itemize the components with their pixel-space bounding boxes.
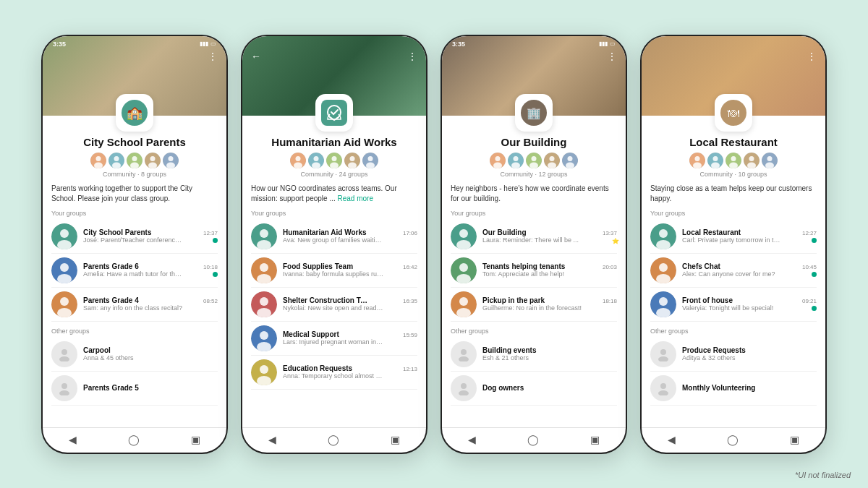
other-group-avatar bbox=[451, 375, 477, 401]
other-group-sub: Anna & 45 others bbox=[83, 354, 218, 361]
group-item[interactable]: Parents Grade 408:52Sam: any info on the… bbox=[51, 288, 218, 322]
other-group-name: Building events bbox=[482, 346, 617, 354]
member-avatar bbox=[362, 153, 378, 168]
nav-recent-button[interactable]: ▣ bbox=[590, 434, 600, 445]
group-item[interactable]: Chefs Chat10:45Alex: Can anyone cover fo… bbox=[650, 254, 817, 288]
group-time: 17:06 bbox=[403, 230, 417, 236]
nav-recent-button[interactable]: ▣ bbox=[191, 434, 200, 445]
svg-point-88 bbox=[459, 356, 469, 361]
other-group-avatar bbox=[650, 341, 676, 367]
group-time: 18:18 bbox=[603, 298, 617, 304]
phone-4: ⋮ 🍽 Local Restaurant Community · 10 grou… bbox=[640, 35, 827, 454]
other-group-name: Dog owners bbox=[482, 384, 617, 392]
community-meta-1: Community · 8 groups bbox=[51, 171, 218, 178]
group-avatar bbox=[251, 291, 277, 317]
more-button[interactable]: ⋮ bbox=[208, 51, 218, 62]
nav-home-button[interactable]: ◯ bbox=[527, 434, 539, 445]
community-name-4: Local Restaurant bbox=[650, 136, 817, 148]
group-item[interactable]: Medical Support15:59Lars: Injured pregna… bbox=[251, 322, 417, 356]
nav-back-button[interactable]: ◀ bbox=[468, 434, 476, 445]
group-avatar bbox=[650, 291, 676, 317]
other-group-item[interactable]: CarpoolAnna & 45 others bbox=[51, 338, 218, 372]
battery-icon: ▭ bbox=[210, 40, 216, 47]
svg-point-53 bbox=[260, 297, 268, 306]
group-item[interactable]: Tenants helping tenants20:03Tom: Appreci… bbox=[451, 254, 617, 288]
group-name: Humanitarian Aid Works bbox=[283, 228, 367, 236]
group-msg-row: Alex: Can anyone cover for me? bbox=[682, 270, 817, 278]
other-group-item[interactable]: Parents Grade 5 bbox=[51, 372, 218, 406]
nav-back-button[interactable]: ◀ bbox=[69, 434, 77, 445]
nav-home-button[interactable]: ◯ bbox=[727, 434, 739, 445]
unread-dot bbox=[812, 272, 817, 277]
other-group-item[interactable]: Dog owners bbox=[451, 372, 617, 406]
nav-home-button[interactable]: ◯ bbox=[328, 434, 339, 445]
group-item[interactable]: Pickup in the park18:18Guilherme: No rai… bbox=[451, 288, 617, 322]
group-info: Parents Grade 408:52Sam: any info on the… bbox=[83, 296, 218, 312]
group-item[interactable]: Food Supplies Team16:42Ivanna: baby form… bbox=[251, 254, 417, 288]
group-info: Pickup in the park18:18Guilherme: No rai… bbox=[482, 296, 617, 312]
svg-point-26 bbox=[61, 349, 67, 355]
group-item[interactable]: Our Building13:37Laura: Reminder: There … bbox=[451, 220, 617, 254]
group-avatar bbox=[451, 223, 477, 249]
group-avatar bbox=[51, 223, 77, 249]
svg-point-56 bbox=[260, 331, 268, 340]
group-message: Alex: Can anyone cover for me? bbox=[682, 270, 775, 278]
group-time: 16:35 bbox=[403, 298, 417, 304]
other-group-sub: Aditya & 32 others bbox=[682, 354, 817, 361]
nav-home-button[interactable]: ◯ bbox=[128, 434, 140, 445]
member-avatar bbox=[689, 153, 705, 168]
group-name: Parents Grade 4 bbox=[83, 296, 139, 304]
group-msg-row: Sam: any info on the class recital? bbox=[83, 304, 218, 312]
group-item[interactable]: Education Requests12:13Anna: Temporary s… bbox=[251, 356, 417, 390]
starred-icon: ⭐ bbox=[612, 238, 617, 243]
group-name: Parents Grade 6 bbox=[83, 262, 139, 270]
group-item[interactable]: City School Parents12:37José: Parent/Tea… bbox=[51, 220, 218, 254]
other-group-sub: Esh & 21 others bbox=[482, 354, 617, 361]
group-message: Valeryia: Tonight will be special! bbox=[682, 304, 773, 312]
svg-point-59 bbox=[260, 365, 268, 374]
group-name-row: Our Building13:37 bbox=[482, 228, 617, 236]
group-name: Tenants helping tenants bbox=[482, 262, 565, 270]
group-name-row: Pickup in the park18:18 bbox=[482, 296, 617, 304]
unread-dot bbox=[812, 306, 817, 311]
group-message: Nykolai: New site open and ready for ... bbox=[283, 304, 384, 312]
group-name-row: Parents Grade 408:52 bbox=[83, 296, 218, 304]
svg-point-100 bbox=[731, 156, 736, 161]
nav-back-button[interactable]: ◀ bbox=[268, 434, 276, 445]
phone-content-2: Humanitarian Aid Works Community · 24 gr… bbox=[242, 116, 426, 427]
svg-point-24 bbox=[60, 297, 69, 306]
svg-point-76 bbox=[568, 156, 573, 161]
group-info: Shelter Construction Team16:35Nykolai: N… bbox=[283, 296, 417, 312]
svg-point-87 bbox=[461, 349, 467, 355]
signal-icon: ▮▮▮ bbox=[599, 40, 608, 47]
group-msg-row: Ava: New group of families waiting ... bbox=[283, 236, 417, 244]
group-avatar bbox=[51, 257, 77, 283]
read-more-link[interactable]: Read more bbox=[338, 194, 373, 202]
other-group-item[interactable]: Building eventsEsh & 21 others bbox=[451, 338, 617, 372]
nav-recent-button[interactable]: ▣ bbox=[790, 434, 799, 445]
back-button[interactable]: ← bbox=[251, 51, 261, 62]
group-item[interactable]: Front of house09:21Valeryia: Tonight wil… bbox=[650, 288, 817, 322]
group-name-row: City School Parents12:37 bbox=[83, 228, 218, 236]
other-group-item[interactable]: Monthly Volunteering bbox=[650, 372, 817, 406]
group-item[interactable]: Parents Grade 610:18Amelia: Have a math … bbox=[51, 254, 218, 288]
more-button[interactable]: ⋮ bbox=[807, 51, 817, 62]
group-item[interactable]: Humanitarian Aid Works17:06Ava: New grou… bbox=[251, 220, 417, 254]
member-avatar bbox=[508, 153, 524, 168]
more-button[interactable]: ⋮ bbox=[607, 51, 617, 62]
nav-back-button[interactable]: ◀ bbox=[668, 434, 676, 445]
group-item[interactable]: Shelter Construction Team16:35Nykolai: N… bbox=[251, 288, 417, 322]
other-groups-label-4: Other groups bbox=[650, 328, 817, 335]
group-item[interactable]: Local Restaurant12:27Carl: Private party… bbox=[650, 220, 817, 254]
group-msg-row: José: Parent/Teacher conferences ... bbox=[83, 236, 218, 244]
group-name-row: Tenants helping tenants20:03 bbox=[482, 262, 617, 270]
nav-recent-button[interactable]: ▣ bbox=[391, 434, 400, 445]
community-desc-4: Staying close as a team helps keep our c… bbox=[650, 184, 817, 204]
member-avatars-1 bbox=[51, 153, 218, 168]
group-time: 13:37 bbox=[603, 230, 617, 236]
more-button[interactable]: ⋮ bbox=[407, 51, 417, 62]
other-group-info: Parents Grade 5 bbox=[83, 384, 218, 392]
other-group-item[interactable]: Produce RequestsAditya & 32 others bbox=[650, 338, 817, 372]
community-desc-2: How our NGO coordinates across teams. Ou… bbox=[251, 184, 417, 204]
phone-1: 3:35 ▮▮▮ ▭ ⋮ 🏫 City School Parents Commu… bbox=[41, 35, 228, 454]
